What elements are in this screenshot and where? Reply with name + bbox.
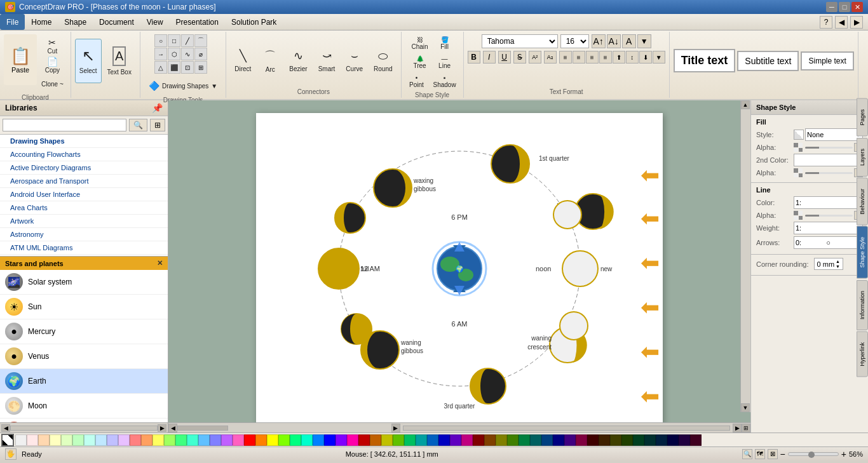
shape-arrow[interactable]: → <box>154 48 167 60</box>
color-swatch[interactable] <box>141 434 153 446</box>
copy-button[interactable]: 📄 Copy <box>38 56 67 74</box>
color-swatch[interactable] <box>187 434 198 446</box>
color-swatch[interactable] <box>644 434 656 446</box>
expand-btn[interactable]: ⊞ <box>742 424 750 433</box>
maximize-btn[interactable]: □ <box>839 2 850 12</box>
corner-down[interactable]: ▼ <box>836 264 840 269</box>
textbox-button[interactable]: A Text Box <box>103 39 136 83</box>
alpha1-slider[interactable] <box>805 147 853 149</box>
star-item-moon[interactable]: 🌕 Moon <box>0 394 168 419</box>
color-swatch[interactable] <box>130 434 141 446</box>
title-style-btn[interactable]: Title text <box>674 49 736 72</box>
vtab-layers[interactable]: Layers <box>857 138 868 177</box>
cut-button[interactable]: ✂ Cut <box>38 37 67 55</box>
color-swatch[interactable] <box>107 434 118 446</box>
color-swatch[interactable] <box>267 434 278 446</box>
shape-more3[interactable]: △ <box>154 61 167 74</box>
color-swatch[interactable] <box>416 434 427 446</box>
close-btn[interactable]: ✕ <box>851 2 863 12</box>
star-item-venus[interactable]: ● Venus <box>0 344 168 369</box>
color-swatch[interactable] <box>507 434 519 446</box>
zoom-fit-icon[interactable]: ⊠ <box>768 449 778 459</box>
lib-item-artwork[interactable]: Artwork <box>0 215 168 228</box>
vtab-hyperlink[interactable]: Hyperlink <box>857 332 868 377</box>
menu-document[interactable]: Document <box>93 14 140 30</box>
color-swatch[interactable] <box>690 434 702 446</box>
scroll-right-btn[interactable]: ▶ <box>391 424 400 433</box>
color-swatch[interactable] <box>587 434 599 446</box>
v-scrollbar[interactable]: ▲ ▼ <box>740 100 750 412</box>
subtitle-style-btn[interactable]: Subtitle text <box>737 51 799 71</box>
weight-control[interactable]: 1: ▼ <box>794 222 863 234</box>
shape-more2[interactable]: ⌀ <box>194 48 207 60</box>
alpha3-slider[interactable] <box>805 215 853 217</box>
text-more-btn[interactable]: ▼ <box>653 51 665 64</box>
color-swatch[interactable] <box>633 434 644 446</box>
font-family-select[interactable]: Tahoma <box>482 34 558 48</box>
color-swatch[interactable] <box>541 434 553 446</box>
bezier-connector[interactable]: ∿ Bezier <box>285 39 311 83</box>
color-swatch[interactable] <box>255 434 267 446</box>
shape-rect[interactable]: □ <box>168 34 180 47</box>
color-swatch[interactable] <box>473 434 484 446</box>
align-left-btn[interactable]: ≡ <box>559 51 572 64</box>
diagram-page[interactable]: 🌍 6 PM noon 6 AM 12 AM <box>256 113 663 422</box>
menu-view[interactable]: View <box>140 14 170 30</box>
color-swatch[interactable] <box>61 434 72 446</box>
paste-button[interactable]: 📋 Paste <box>4 34 37 85</box>
menu-solution-park[interactable]: Solution Park <box>225 14 283 30</box>
color-swatch[interactable] <box>153 434 164 446</box>
color-swatch[interactable] <box>164 434 175 446</box>
chain-btn[interactable]: ⛓ Chain <box>409 34 431 52</box>
line-btn[interactable]: — Line <box>433 53 456 71</box>
forward-btn[interactable]: ▶ <box>850 16 863 29</box>
color-swatch[interactable] <box>496 434 507 446</box>
color-swatch[interactable] <box>599 434 610 446</box>
font-grow-btn[interactable]: A↑ <box>592 34 606 48</box>
alpha2-slider[interactable] <box>805 172 853 174</box>
scroll-down-btn[interactable]: ▼ <box>741 403 750 412</box>
shape-poly[interactable]: ⬡ <box>168 48 180 60</box>
clone-button[interactable]: Clone ~ <box>38 75 67 93</box>
color-swatch[interactable] <box>519 434 530 446</box>
lib-item-astronomy[interactable]: Astronomy <box>0 228 168 241</box>
menu-home[interactable]: Home <box>25 14 58 30</box>
h-scroll-track-2[interactable] <box>403 426 730 431</box>
lib-scroll-left[interactable]: ◀ <box>1 424 10 432</box>
color-swatch[interactable] <box>95 434 107 446</box>
color-swatch[interactable] <box>38 434 50 446</box>
drawing-shapes-dropdown[interactable]: 🔷 Drawing Shapes ▼ <box>144 76 222 95</box>
color-swatch[interactable] <box>198 434 210 446</box>
arc-connector[interactable]: ⌒ Arc <box>257 39 283 83</box>
align-right-btn[interactable]: ≡ <box>586 51 599 64</box>
color-swatch[interactable] <box>427 434 438 446</box>
vtab-shape-style[interactable]: Shape Style <box>857 226 868 279</box>
align-center-btn[interactable]: ≡ <box>573 51 585 64</box>
color-swatch[interactable] <box>27 434 38 446</box>
font-more-btn[interactable]: ▼ <box>637 34 651 48</box>
shape-oval[interactable]: ○ <box>154 34 167 47</box>
lib-item-aerospace[interactable]: Aerospace and Transport <box>0 175 168 188</box>
shape-more4[interactable]: ⬛ <box>168 61 180 74</box>
point-btn[interactable]: • Point <box>405 72 428 90</box>
font-shrink-btn[interactable]: A↓ <box>607 34 621 48</box>
color-swatch[interactable] <box>393 434 404 446</box>
color-swatch[interactable] <box>324 434 336 446</box>
superscript-btn[interactable]: A² <box>529 51 541 64</box>
color-swatch[interactable] <box>656 434 667 446</box>
simple-style-btn[interactable]: Simple text <box>801 51 853 70</box>
scroll-right2-btn[interactable]: ▶ <box>733 424 742 433</box>
vtab-behaviour[interactable]: Behaviour <box>857 178 868 225</box>
align-middle-btn[interactable]: ↕ <box>626 51 639 64</box>
color-swatch[interactable] <box>610 434 621 446</box>
underline-btn[interactable]: U <box>498 51 511 64</box>
lib-item-android[interactable]: Android User Interface <box>0 188 168 201</box>
color-swatch[interactable] <box>72 434 84 446</box>
h-scroll-thumb[interactable] <box>177 426 228 431</box>
curve-connector[interactable]: ⌣ Curve <box>341 39 367 83</box>
lib-item-accounting[interactable]: Accounting Flowcharts <box>0 148 168 161</box>
align-justify-btn[interactable]: ≡ <box>599 51 612 64</box>
star-item-solar-system[interactable]: 🌌 Solar system <box>0 270 168 295</box>
corner-up[interactable]: ▲ <box>836 259 840 264</box>
color-swatch[interactable] <box>244 434 255 446</box>
